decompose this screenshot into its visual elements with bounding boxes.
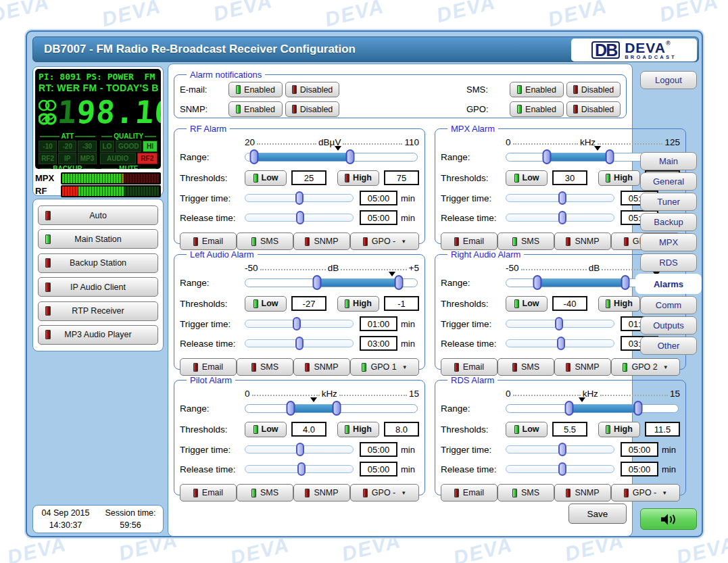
- sms-action-button[interactable]: SMS▼: [237, 232, 293, 250]
- range-handle-low[interactable]: [313, 275, 322, 290]
- sidebar-item-comm[interactable]: Comm: [640, 296, 697, 314]
- high-threshold-button[interactable]: High: [337, 422, 379, 437]
- source-button-mp3-audio-player[interactable]: MP3 Audio Player: [38, 325, 158, 345]
- range-handle-high[interactable]: [605, 149, 614, 164]
- email-disabled-button[interactable]: Disabled: [285, 82, 339, 97]
- trigger-time-handle[interactable]: [293, 317, 301, 331]
- release-time-handle[interactable]: [557, 337, 565, 350]
- source-button-ip-audio-client[interactable]: IP Audio Client: [38, 277, 158, 297]
- sidebar-item-outputs[interactable]: Outputs: [640, 316, 697, 335]
- sms-action-button[interactable]: SMS▼: [237, 358, 293, 376]
- high-threshold-button[interactable]: High: [337, 296, 379, 312]
- range-handle-high[interactable]: [346, 149, 355, 164]
- release-time-handle[interactable]: [296, 211, 304, 224]
- sms-action-button[interactable]: SMS▼: [498, 358, 554, 376]
- source-button-rtp-receiver[interactable]: RTP Receiver: [38, 301, 158, 321]
- high-threshold-button[interactable]: High: [337, 170, 379, 186]
- trigger-time-input[interactable]: [360, 191, 397, 205]
- range-handle-low[interactable]: [533, 275, 541, 290]
- source-button-main-station[interactable]: Main Station: [38, 229, 158, 249]
- sidebar-item-general[interactable]: General: [640, 172, 697, 191]
- range-handle-high[interactable]: [621, 275, 629, 290]
- source-button-backup-station[interactable]: Backup Station: [38, 253, 158, 273]
- logout-button[interactable]: Logout: [640, 71, 697, 89]
- high-threshold-button[interactable]: High: [598, 170, 640, 186]
- sms-action-button[interactable]: SMS▼: [498, 232, 554, 250]
- low-threshold-input[interactable]: [291, 170, 326, 185]
- sidebar-item-alarms[interactable]: Alarms: [635, 274, 702, 294]
- sidebar-item-mpx[interactable]: MPX: [640, 233, 697, 251]
- release-time-input[interactable]: [360, 210, 397, 225]
- email-action-button[interactable]: Email▼: [441, 358, 498, 376]
- high-threshold-input[interactable]: [384, 296, 419, 311]
- gpo-dropdown-button[interactable]: GPO -▼: [350, 484, 419, 501]
- email-action-button[interactable]: Email▼: [441, 484, 498, 501]
- low-threshold-button[interactable]: Low: [245, 422, 287, 437]
- release-time-input[interactable]: [360, 336, 397, 351]
- release-time-handle[interactable]: [558, 462, 566, 476]
- high-threshold-button[interactable]: High: [598, 296, 640, 312]
- range-handle-low[interactable]: [564, 401, 573, 416]
- sidebar-item-other[interactable]: Other: [640, 337, 697, 355]
- lcd-cell: GOOD: [116, 141, 141, 152]
- snmp-action-button[interactable]: SNMP▼: [293, 232, 350, 250]
- low-threshold-input[interactable]: [552, 296, 587, 311]
- email-action-button[interactable]: Email▼: [180, 358, 237, 376]
- gpo-dropdown-button[interactable]: GPO 1▼: [350, 358, 419, 376]
- trigger-time-handle[interactable]: [555, 317, 563, 331]
- range-handle-high[interactable]: [395, 275, 404, 290]
- low-threshold-input[interactable]: [291, 296, 326, 311]
- range-handle-low[interactable]: [287, 401, 295, 416]
- snmp-action-button[interactable]: SNMP▼: [554, 358, 611, 376]
- gpo-dropdown-button[interactable]: GPO -▼: [350, 232, 419, 250]
- low-threshold-input[interactable]: [552, 170, 587, 185]
- release-time-handle[interactable]: [297, 462, 306, 476]
- low-threshold-button[interactable]: Low: [245, 170, 287, 186]
- range-handle-high[interactable]: [333, 401, 341, 416]
- low-threshold-input[interactable]: [552, 422, 587, 437]
- high-threshold-button[interactable]: High: [598, 422, 640, 437]
- sms-enabled-button[interactable]: Enabled: [510, 82, 564, 97]
- low-threshold-input[interactable]: [291, 422, 326, 437]
- low-threshold-button[interactable]: Low: [506, 296, 548, 312]
- source-button-auto[interactable]: Auto: [38, 205, 158, 225]
- trigger-time-handle[interactable]: [295, 191, 304, 205]
- low-threshold-button[interactable]: Low: [506, 422, 548, 437]
- sidebar-item-main[interactable]: Main: [640, 152, 697, 170]
- sidebar-item-rds[interactable]: RDS: [640, 253, 697, 272]
- trigger-time-handle[interactable]: [558, 443, 566, 456]
- email-action-button[interactable]: Email▼: [441, 232, 498, 250]
- release-time-input[interactable]: [360, 462, 397, 476]
- release-time-handle[interactable]: [558, 211, 566, 224]
- sidebar-item-tuner[interactable]: Tuner: [640, 193, 697, 211]
- save-button[interactable]: Save: [568, 504, 627, 524]
- high-threshold-input[interactable]: [384, 422, 419, 437]
- trigger-time-handle[interactable]: [558, 191, 566, 205]
- snmp-disabled-button[interactable]: Disabled: [285, 101, 339, 117]
- low-threshold-button[interactable]: Low: [506, 170, 548, 186]
- sms-action-button[interactable]: SMS▼: [237, 484, 293, 501]
- email-action-button[interactable]: Email▼: [180, 484, 237, 501]
- trigger-time-input[interactable]: [360, 316, 397, 331]
- range-handle-low[interactable]: [543, 149, 552, 164]
- high-threshold-input[interactable]: [384, 170, 419, 185]
- gpo-disabled-button[interactable]: Disabled: [566, 101, 621, 117]
- email-enabled-button[interactable]: Enabled: [228, 82, 283, 97]
- sidebar-item-backup[interactable]: Backup: [640, 213, 697, 231]
- trigger-time-input[interactable]: [360, 442, 397, 457]
- audio-monitor-button[interactable]: [640, 508, 697, 530]
- snmp-action-button[interactable]: SNMP▼: [554, 484, 611, 501]
- release-time-handle[interactable]: [295, 337, 304, 350]
- email-action-button[interactable]: Email▼: [180, 232, 237, 250]
- range-handle-low[interactable]: [250, 149, 259, 164]
- snmp-enabled-button[interactable]: Enabled: [228, 101, 283, 117]
- trigger-time-handle[interactable]: [296, 443, 304, 456]
- snmp-action-button[interactable]: SNMP▼: [554, 232, 611, 250]
- sms-disabled-button[interactable]: Disabled: [566, 82, 621, 97]
- low-threshold-button[interactable]: Low: [245, 296, 287, 312]
- snmp-action-button[interactable]: SNMP▼: [293, 358, 350, 376]
- snmp-action-button[interactable]: SNMP▼: [293, 484, 350, 501]
- gpo-enabled-button[interactable]: Enabled: [510, 101, 564, 117]
- thresholds-label: Thresholds:: [180, 299, 245, 309]
- sms-action-button[interactable]: SMS▼: [498, 484, 554, 501]
